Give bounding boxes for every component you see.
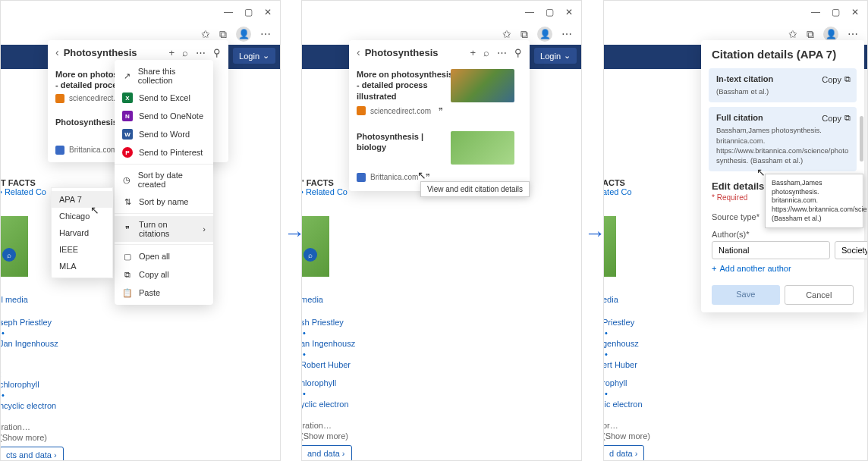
card-title[interactable]: More on photosynthesis - detailed proces… <box>357 69 455 102</box>
media-link[interactable]: edia <box>603 295 650 304</box>
collections-icon[interactable]: ⧉ <box>219 28 227 41</box>
minimize-button[interactable]: — <box>525 7 534 17</box>
more-options-icon[interactable]: ⋯ <box>497 47 507 58</box>
pin-icon[interactable]: ⚲ <box>514 47 522 58</box>
link-electron[interactable]: yclic electron <box>301 400 366 409</box>
window-controls: — ▢ ✕ <box>1 1 280 24</box>
show-more[interactable]: (Show more) <box>0 433 47 442</box>
citation-icon[interactable]: ❞ <box>436 105 446 118</box>
media-link[interactable]: ll media <box>0 295 64 304</box>
collections-icon[interactable]: ⧉ <box>807 28 814 41</box>
zoom-icon[interactable]: ⌕ <box>303 248 317 262</box>
search-icon[interactable]: ⌕ <box>182 47 188 58</box>
more-options-icon[interactable]: ⋯ <box>196 47 206 58</box>
more-icon[interactable]: ⋯ <box>561 28 572 40</box>
card-title[interactable]: Photosynthesis | biology <box>357 131 455 153</box>
copy-icon: ⧉ <box>122 269 133 280</box>
facts-data-button[interactable]: and data › <box>301 445 352 461</box>
chevron-down-icon: ⌄ <box>263 51 269 61</box>
favorites-icon[interactable]: ✩ <box>788 28 797 40</box>
profile-avatar[interactable]: 👤 <box>236 27 251 42</box>
more-icon[interactable]: ⋯ <box>260 28 271 40</box>
menu-send-onenote[interactable]: NSend to OneNote <box>115 107 213 125</box>
paste-icon: 📋 <box>122 287 133 298</box>
link-huber[interactable]: ert Huber <box>603 360 650 369</box>
related-link[interactable]: Related Co <box>306 187 348 196</box>
menu-share[interactable]: ↗Share this collection <box>115 63 213 89</box>
text-ration: or… <box>603 421 650 430</box>
add-icon[interactable]: + <box>470 47 476 58</box>
menu-turn-on-citations[interactable]: ❞Turn on citations› <box>115 216 213 242</box>
link-ingenhousz[interactable]: genhousz <box>603 339 650 348</box>
separator <box>115 213 213 214</box>
close-button[interactable]: ✕ <box>263 7 272 17</box>
menu-sort-date[interactable]: ◷Sort by date created <box>115 167 213 193</box>
authors-label: Author(s)* <box>712 230 854 239</box>
link-chlorophyll[interactable]: hlorophyll <box>301 378 366 387</box>
menu-copy-all[interactable]: ⧉Copy all <box>115 265 213 284</box>
sort-icon: ⇅ <box>122 196 133 207</box>
more-icon[interactable]: ⋯ <box>848 28 858 40</box>
collection-title: Photosynthesis <box>365 47 466 58</box>
cancel-button[interactable]: Cancel <box>785 285 854 305</box>
back-icon[interactable]: ‹ <box>357 46 360 58</box>
copy-intext-button[interactable]: Copy⧉ <box>822 74 851 84</box>
menu-send-pinterest[interactable]: PSend to Pinterest <box>115 143 213 162</box>
card-thumbnail <box>451 131 514 165</box>
close-button[interactable]: ✕ <box>851 7 860 17</box>
menu-paste[interactable]: 📋Paste <box>115 284 213 302</box>
show-more[interactable]: (Show more) <box>603 431 650 441</box>
link-electron[interactable]: ncyclic electron <box>0 401 64 410</box>
close-button[interactable]: ✕ <box>565 7 574 17</box>
link-ingenhousz[interactable]: an Ingenhousz <box>301 339 366 348</box>
facts-data-button[interactable]: d data › <box>603 445 644 461</box>
menu-sort-name[interactable]: ⇅Sort by name <box>115 193 213 211</box>
link-priestley[interactable]: seph Priestley <box>0 318 64 327</box>
separator <box>115 244 213 245</box>
share-icon: ↗ <box>122 71 132 81</box>
media-link[interactable]: media <box>301 295 366 304</box>
minimize-button[interactable]: — <box>811 7 820 17</box>
link-huber[interactable]: Robert Huber <box>301 360 366 369</box>
menu-open-all[interactable]: ▢Open all <box>115 247 213 265</box>
word-icon: W <box>122 129 133 140</box>
profile-avatar[interactable]: 👤 <box>823 27 838 42</box>
show-more[interactable]: (Show more) <box>301 431 348 441</box>
add-author-button[interactable]: + Add another author <box>712 264 854 273</box>
author-last-input[interactable] <box>835 241 868 259</box>
facts-data-button[interactable]: cts and data › <box>0 447 64 461</box>
profile-avatar[interactable]: 👤 <box>537 27 552 42</box>
related-link[interactable]: Related Co <box>5 187 46 196</box>
save-button[interactable]: Save <box>712 285 780 305</box>
related-link[interactable]: ated Co <box>603 187 632 196</box>
back-icon[interactable]: ‹ <box>55 46 59 58</box>
link-electron[interactable]: lic electron <box>603 400 650 409</box>
link-priestley[interactable]: sh Priestley <box>301 318 366 327</box>
zoom-icon[interactable]: ⌕ <box>2 248 16 262</box>
collections-icon[interactable]: ⧉ <box>520 28 528 41</box>
link-ingenhousz[interactable]: Jan Ingenhousz <box>0 339 64 348</box>
add-icon[interactable]: + <box>168 47 175 58</box>
author-first-input[interactable] <box>712 241 830 259</box>
favicon-icon <box>55 146 64 155</box>
link-chlorophyll[interactable]: rophyll <box>603 378 650 387</box>
login-button[interactable]: Login ⌄ <box>233 48 275 64</box>
maximize-button[interactable]: ▢ <box>545 7 554 17</box>
menu-send-excel[interactable]: XSend to Excel <box>115 89 213 107</box>
maximize-button[interactable]: ▢ <box>831 7 840 17</box>
search-icon[interactable]: ⌕ <box>483 47 489 58</box>
card-source: Brittanica.com <box>69 146 117 154</box>
minimize-button[interactable]: — <box>224 7 233 17</box>
card-source: sciencedirect.com <box>370 107 431 115</box>
favorites-icon[interactable]: ✩ <box>502 28 511 40</box>
link-chlorophyll[interactable]: chlorophyll <box>0 380 64 389</box>
cursor-icon: ↖ <box>90 204 99 216</box>
copy-full-button[interactable]: Copy⧉ <box>822 113 851 123</box>
login-button[interactable]: Login ⌄ <box>534 48 577 64</box>
menu-send-word[interactable]: WSend to Word <box>115 125 213 143</box>
link-priestley[interactable]: Priestley <box>603 318 650 327</box>
pin-icon[interactable]: ⚲ <box>213 47 221 58</box>
scrollbar[interactable] <box>860 116 863 162</box>
maximize-button[interactable]: ▢ <box>244 7 253 17</box>
favorites-icon[interactable]: ✩ <box>201 28 210 40</box>
